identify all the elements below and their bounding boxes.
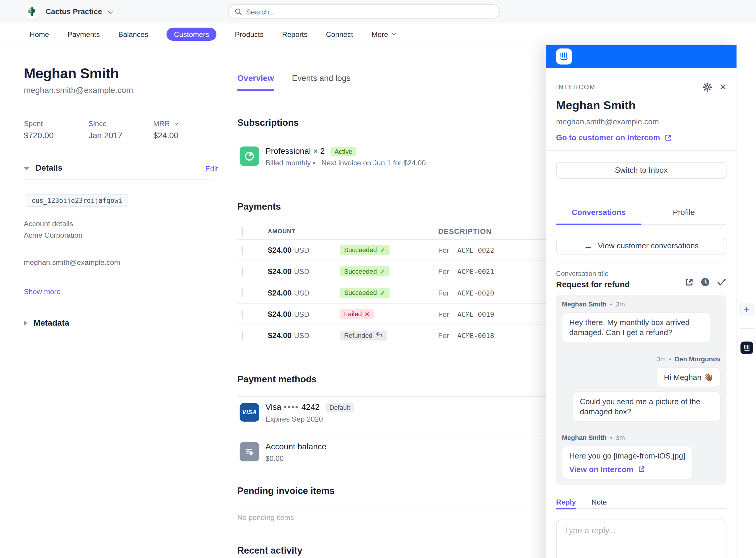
visa-icon: VISA [240, 403, 259, 421]
check-icon: ✓ [380, 289, 385, 297]
divider [24, 179, 214, 180]
message-bubble: Hey there. My monthtly box arrived damag… [562, 312, 711, 343]
card-row[interactable]: VISA Visa •••• 4242 Default Expires Sep … [237, 397, 562, 437]
row-checkbox[interactable] [242, 267, 243, 276]
subscription-row[interactable]: Professional × 2 Active Billed monthly •… [237, 140, 562, 182]
intercom-customer-name: Meghan Smith [556, 99, 727, 112]
tab-conversations[interactable]: Conversations [556, 208, 641, 224]
reply-input[interactable] [556, 519, 727, 558]
metadata-heading: Metadata [33, 318, 69, 328]
nav-item-payments[interactable]: Payments [67, 30, 100, 38]
add-app-button[interactable]: + [739, 303, 754, 316]
check-icon: ✓ [380, 246, 385, 254]
customer-detail-column: Overview Events and logs Subscriptions P… [237, 45, 562, 556]
divider [546, 186, 737, 186]
column-description: DESCRIPTION [434, 227, 562, 235]
card-expiry: Expires Sep 2020 [266, 415, 354, 423]
nav-item-customers[interactable]: Customers [167, 27, 216, 41]
tab-events-and-logs[interactable]: Events and logs [292, 74, 351, 83]
customer-id-chip[interactable]: cus_123oijq23roijafgowi [26, 194, 128, 207]
payment-row[interactable]: $24.00USD Succeeded✓ ForACME-0021 [237, 261, 562, 282]
nav-item-more[interactable]: More [372, 30, 395, 38]
account-details: Account details Acme Corporation [24, 218, 218, 241]
snooze-clock-icon[interactable] [701, 278, 710, 287]
global-search[interactable] [228, 4, 500, 19]
customer-stats: Spent $720.00 Since Jan 2017 MRR $24.00 [24, 119, 218, 141]
intercom-customer-email: meghan.smith@example.com [556, 118, 727, 126]
row-checkbox[interactable] [242, 331, 243, 340]
payment-row[interactable]: $24.00USD Succeeded✓ ForACME-0020 [237, 282, 562, 304]
row-checkbox[interactable] [242, 288, 243, 297]
search-icon [234, 8, 242, 15]
nav-item-home[interactable]: Home [29, 30, 49, 38]
edit-details-link[interactable]: Edit [205, 164, 218, 172]
intercom-panel-header [546, 45, 737, 68]
tab-reply[interactable]: Reply [556, 498, 576, 508]
conversation-title: Request for refund [556, 280, 630, 289]
payment-row[interactable]: $24.00USD Refunded ForACME-0018 [237, 325, 562, 346]
subscription-clock-icon [240, 147, 259, 166]
nav-item-balances[interactable]: Balances [118, 30, 148, 38]
payments-table: AMOUNT DESCRIPTION $24.00USD Succeeded✓ … [237, 223, 562, 346]
metadata-section-header: Metadata [24, 318, 218, 328]
nav-item-connect[interactable]: Connect [326, 30, 353, 38]
payment-methods-heading: Payment methods [237, 374, 562, 385]
go-to-customer-link[interactable]: Go to customer on Intercom [556, 133, 727, 142]
tab-overview[interactable]: Overview [237, 74, 274, 83]
card-brand: Visa [266, 403, 281, 412]
status-badge-succeeded: Succeeded✓ [339, 266, 389, 277]
tab-note[interactable]: Note [591, 498, 607, 508]
message-meta: Meghan Smith • 3m [562, 301, 721, 308]
chevron-down-icon [108, 8, 114, 14]
plus-icon: + [744, 304, 750, 315]
intercom-logo-icon [556, 48, 572, 65]
status-badge-refunded: Refunded [339, 331, 387, 340]
row-checkbox[interactable] [242, 309, 243, 318]
conversation-title-label: Conversation title [556, 270, 630, 278]
payment-row[interactable]: $24.00USD Succeeded✓ ForACME-0022 [237, 240, 562, 261]
close-icon[interactable]: × [720, 81, 727, 93]
resolve-check-icon[interactable] [717, 278, 727, 287]
intercom-app-icon[interactable] [740, 341, 753, 354]
nav-item-products[interactable]: Products [235, 30, 263, 38]
stat-since: Since Jan 2017 [89, 119, 153, 141]
default-badge: Default [325, 403, 354, 412]
status-badge-active: Active [331, 147, 356, 156]
message-bubble: Here you go [image-from-iOS.jpg] View on… [562, 446, 692, 479]
select-all-checkbox[interactable] [242, 226, 243, 236]
subscription-plan: Professional × 2 [266, 147, 325, 156]
switch-to-inbox-button[interactable]: Switch to Inbox [556, 162, 727, 179]
chevron-down-icon [392, 31, 396, 35]
payment-row[interactable]: $24.00USD Failed× ForACME-0019 [237, 304, 562, 325]
chevron-down-icon[interactable] [174, 121, 178, 125]
tab-profile[interactable]: Profile [641, 208, 726, 224]
status-badge-failed: Failed× [339, 309, 374, 320]
external-link-icon [664, 134, 672, 142]
card-dots: •••• [283, 403, 299, 412]
expand-caret-icon[interactable] [24, 320, 27, 326]
customer-summary-column: Meghan Smith meghan.smith@example.com Sp… [24, 45, 218, 328]
intercom-panel: INTERCOM × [546, 45, 737, 558]
account-switcher[interactable]: Cactus Practice [23, 3, 112, 20]
gear-icon[interactable] [703, 82, 712, 92]
divider [739, 328, 754, 329]
view-customer-conversations-button[interactable]: ← View customer conversations [556, 238, 727, 254]
divider [556, 262, 727, 262]
left-arrow-icon: ← [584, 241, 593, 251]
conversation-thread: Meghan Smith • 3m Hey there. My monthtly… [556, 295, 727, 485]
search-input[interactable] [246, 7, 494, 16]
row-checkbox[interactable] [242, 245, 243, 254]
card-last4: 4242 [301, 403, 320, 412]
intercom-tabs: Conversations Profile [556, 208, 727, 225]
open-external-icon[interactable] [684, 278, 694, 287]
nav-item-reports[interactable]: Reports [282, 30, 307, 38]
invoice-icon [240, 442, 259, 461]
view-on-intercom-link[interactable]: View on Intercom [569, 464, 685, 475]
account-balance-row[interactable]: Account balance $0.00 [237, 437, 562, 462]
page-title: Meghan Smith [24, 66, 218, 81]
app-window: Cactus Practice Home Payments Balances C… [0, 0, 756, 558]
collapse-caret-icon[interactable] [24, 167, 30, 170]
invoice-number: ACME-0018 [457, 332, 494, 339]
show-more-link[interactable]: Show more [24, 287, 218, 296]
customer-email: meghan.smith@example.com [24, 86, 218, 96]
